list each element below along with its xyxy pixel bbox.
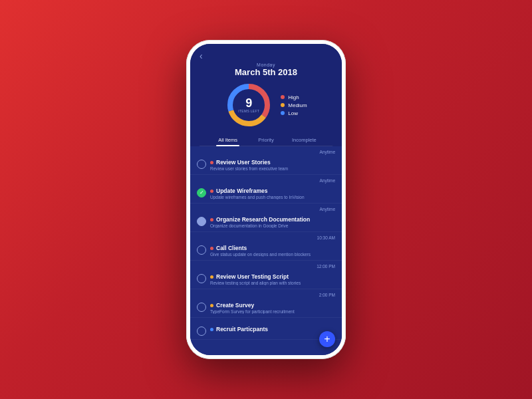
task-desc-5: TypeForm Survey for participant recruitm… [210, 309, 335, 314]
phone-frame: ‹ Monday March 5th 2018 9 [186, 40, 346, 359]
legend-medium: Medium [281, 102, 307, 108]
task-content-0: Review User Stories Review user stories … [210, 159, 335, 171]
time-label-5: 2:00 PM [190, 289, 342, 299]
low-label: Low [288, 110, 298, 116]
time-label-6 [190, 318, 342, 323]
task-item-3[interactable]: Call Clients Give status update on desig… [190, 241, 342, 261]
chart-legend-area: 9 ITEMS LEFT High Medium Low [200, 81, 332, 134]
medium-label: Medium [288, 102, 307, 108]
task-checkbox-4[interactable] [197, 274, 206, 283]
legend-low: Low [281, 110, 307, 116]
tab-priority[interactable]: Priority [247, 134, 285, 146]
legend-high: High [281, 94, 307, 100]
task-title-0: Review User Stories [216, 159, 271, 166]
task-content-6: Recruit Particpants [210, 326, 335, 332]
high-dot [281, 95, 285, 99]
priority-dot-2 [210, 218, 213, 221]
time-label-4: 12:00 PM [190, 261, 342, 270]
low-dot [281, 111, 285, 115]
time-label-0: Anytime [190, 146, 342, 156]
items-count: 9 [238, 97, 259, 109]
task-checkbox-2[interactable] [197, 217, 206, 226]
task-item-0[interactable]: Review User Stories Review user stories … [190, 156, 342, 175]
time-label-1: Anytime [190, 175, 342, 184]
priority-dot-1 [210, 190, 213, 193]
priority-dot-6 [210, 328, 213, 331]
donut-chart: 9 ITEMS LEFT [225, 81, 273, 129]
priority-dot-4 [210, 275, 213, 279]
task-title-2: Organize Research Documentation [216, 216, 310, 223]
task-item-2[interactable]: Organize Research Documentation Organize… [190, 213, 342, 232]
tab-all-items[interactable]: All Items [209, 134, 247, 146]
items-label: ITEMS LEFT [238, 109, 259, 113]
task-content-1: Update Wireframes Update wireframes and … [210, 188, 335, 200]
task-title-4: Review User Testing Script [216, 273, 289, 280]
time-label-3: 10:30 AM [190, 232, 342, 241]
task-content-2: Organize Research Documentation Organize… [210, 216, 335, 228]
task-checkbox-0[interactable] [197, 160, 206, 169]
task-desc-1: Update wireframes and push changes to In… [210, 195, 335, 200]
phone-screen: ‹ Monday March 5th 2018 9 [190, 44, 342, 355]
task-checkbox-5[interactable] [197, 303, 206, 312]
task-list[interactable]: Anytime Review User Stories Review user … [190, 146, 342, 355]
add-task-button[interactable]: + [319, 331, 335, 347]
app-header: ‹ Monday March 5th 2018 9 [190, 44, 342, 146]
donut-center: 9 ITEMS LEFT [238, 97, 259, 113]
task-desc-0: Review user stories from executive team [210, 166, 335, 171]
priority-dot-3 [210, 247, 213, 250]
task-checkbox-6[interactable] [197, 327, 206, 336]
priority-dot-5 [210, 304, 213, 307]
tab-incomplete[interactable]: Incomplete [285, 134, 323, 146]
priority-legend: High Medium Low [281, 94, 307, 116]
task-title-3: Call Clients [216, 245, 247, 251]
task-item-4[interactable]: Review User Testing Script Review testin… [190, 270, 342, 289]
priority-dot-0 [210, 161, 213, 164]
task-desc-4: Review testing script and align plan wit… [210, 281, 335, 285]
task-title-6: Recruit Particpants [216, 326, 268, 332]
task-item-5[interactable]: Create Survey TypeForm Survey for partic… [190, 299, 342, 318]
checkmark-icon: ✓ [200, 190, 204, 196]
high-label: High [288, 94, 299, 100]
date-display: March 5th 2018 [200, 67, 332, 77]
tab-bar: All Items Priority Incomplete [200, 134, 332, 146]
task-title-5: Create Survey [216, 302, 254, 309]
day-label: Monday [200, 63, 332, 67]
task-item-1[interactable]: ✓ Update Wireframes Update wireframes an… [190, 184, 342, 203]
task-content-4: Review User Testing Script Review testin… [210, 273, 335, 285]
task-checkbox-3[interactable] [197, 245, 206, 255]
task-checkbox-1[interactable]: ✓ [197, 188, 206, 198]
task-title-1: Update Wireframes [216, 188, 267, 194]
task-content-3: Call Clients Give status update on desig… [210, 245, 335, 257]
task-content-5: Create Survey TypeForm Survey for partic… [210, 302, 335, 314]
time-label-2: Anytime [190, 203, 342, 213]
back-button[interactable]: ‹ [200, 51, 332, 61]
task-desc-2: Organize documentation in Google Drive [210, 223, 335, 228]
medium-dot [281, 103, 285, 107]
task-desc-3: Give status update on designs and mentio… [210, 252, 335, 257]
